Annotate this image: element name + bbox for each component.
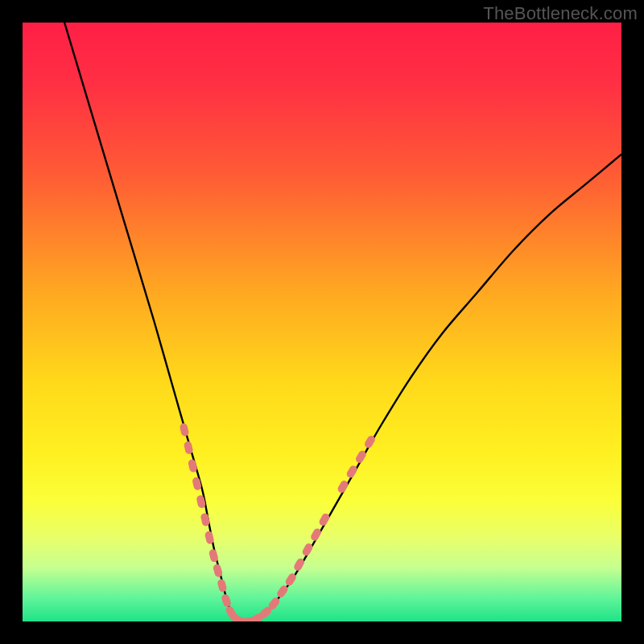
bottleneck-chart — [23, 23, 621, 621]
gradient-background — [23, 23, 621, 621]
watermark-label: TheBottleneck.com — [483, 3, 638, 24]
chart-frame — [23, 23, 621, 621]
